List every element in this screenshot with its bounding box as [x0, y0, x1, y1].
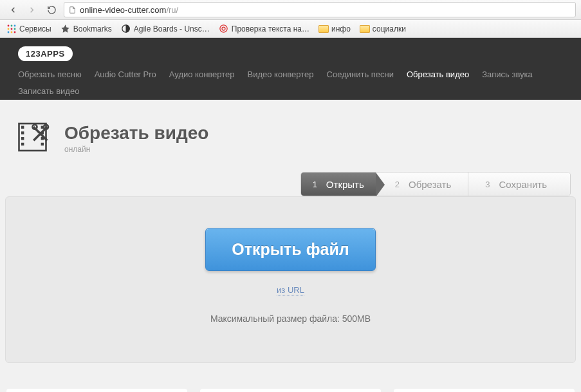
step-label: Открыть	[326, 179, 364, 190]
folder-icon	[360, 24, 370, 34]
step-label: Сохранить	[499, 179, 547, 190]
target-icon	[219, 24, 229, 34]
bookmark-info[interactable]: инфо	[316, 23, 353, 35]
info-cards	[0, 363, 581, 392]
nav-trim-song[interactable]: Обрезать песню	[18, 66, 82, 83]
svg-point-8	[14, 31, 16, 33]
app-icon	[17, 119, 53, 158]
svg-point-5	[14, 28, 16, 30]
page-title: Обрезать видео	[64, 123, 208, 144]
bookmark-social[interactable]: социалки	[357, 23, 409, 35]
max-filesize-note: Максимальный размер файла: 500MB	[210, 313, 371, 324]
bookmark-agile[interactable]: Agile Boards - Unsc…	[118, 23, 212, 35]
svg-rect-13	[21, 126, 24, 129]
page-header: Обрезать видео онлайн	[0, 100, 581, 172]
forward-button[interactable]	[24, 2, 40, 18]
nav-video-converter[interactable]: Видео конвертер	[248, 66, 314, 83]
bookmark-label: социалки	[373, 24, 406, 33]
bookmark-label: Bookmarks	[73, 24, 112, 33]
step-save[interactable]: 3 Сохранить	[468, 173, 570, 196]
step-label: Обрезать	[409, 179, 451, 190]
star-icon	[60, 24, 71, 34]
bookmarks-bar: Сервисы Bookmarks Agile Boards - Unsc… П…	[0, 20, 581, 38]
svg-point-2	[14, 24, 16, 26]
nav-record-video[interactable]: Записать видео	[18, 83, 79, 100]
steps-container: 1 Открыть 2 Обрезать 3 Сохранить	[0, 172, 581, 196]
bookmark-label: Проверка текста на…	[232, 24, 309, 33]
logo[interactable]: 123APPS	[18, 46, 73, 61]
nav-links: Обрезать песню Audio Cutter Pro Аудио ко…	[18, 61, 581, 100]
svg-point-3	[8, 28, 10, 30]
folder-icon	[318, 24, 329, 34]
apps-icon	[6, 24, 17, 34]
nav-trim-video[interactable]: Обрезать видео	[407, 66, 469, 83]
back-button[interactable]	[5, 2, 21, 18]
info-card	[394, 389, 575, 392]
bookmark-label: инфо	[331, 24, 351, 33]
page-icon	[68, 6, 77, 14]
svg-rect-15	[21, 137, 24, 140]
svg-rect-20	[41, 143, 44, 145]
step-number: 1	[313, 180, 317, 189]
step-number: 2	[395, 180, 400, 189]
svg-point-4	[11, 28, 13, 30]
svg-point-6	[8, 31, 10, 33]
bookmark-label: Agile Boards - Unsc…	[134, 24, 210, 33]
bookmark-textcheck[interactable]: Проверка текста на…	[216, 23, 312, 35]
from-url-link[interactable]: из URL	[277, 285, 304, 295]
nav-audio-cutter-pro[interactable]: Audio Cutter Pro	[95, 66, 156, 83]
nav-audio-converter[interactable]: Аудио конвертер	[169, 66, 235, 83]
bookmark-apps[interactable]: Сервисы	[4, 23, 54, 35]
bookmark-bookmarks[interactable]: Bookmarks	[58, 23, 115, 35]
step-open[interactable]: 1 Открыть	[301, 173, 376, 196]
svg-point-11	[222, 27, 225, 30]
svg-point-10	[220, 25, 227, 32]
svg-rect-14	[21, 131, 24, 134]
info-card	[6, 389, 187, 392]
svg-point-7	[11, 31, 13, 33]
url-bar[interactable]: online-video-cutter.com/ru/	[64, 2, 576, 17]
info-card	[200, 389, 381, 392]
svg-point-0	[8, 24, 10, 26]
open-file-button[interactable]: Открыть файл	[205, 228, 375, 271]
steps: 1 Открыть 2 Обрезать 3 Сохранить	[300, 172, 571, 196]
upload-card: Открыть файл из URL Максимальный размер …	[5, 196, 576, 363]
agile-icon	[121, 24, 131, 34]
step-trim[interactable]: 2 Обрезать	[376, 173, 468, 196]
svg-point-1	[11, 24, 13, 26]
bookmark-label: Сервисы	[19, 24, 51, 33]
nav-join-songs[interactable]: Соединить песни	[327, 66, 394, 83]
nav-record-audio[interactable]: Запись звука	[482, 66, 533, 83]
url-text: online-video-cutter.com/ru/	[80, 5, 178, 15]
browser-toolbar: online-video-cutter.com/ru/	[0, 0, 581, 20]
reload-button[interactable]	[44, 2, 60, 18]
page-subtitle: онлайн	[64, 145, 208, 154]
page-area: Обрезать видео онлайн 1 Открыть 2 Обреза…	[0, 100, 581, 392]
site-nav: 123APPS Обрезать песню Audio Cutter Pro …	[0, 38, 581, 100]
svg-rect-16	[21, 143, 24, 145]
step-number: 3	[485, 180, 490, 189]
